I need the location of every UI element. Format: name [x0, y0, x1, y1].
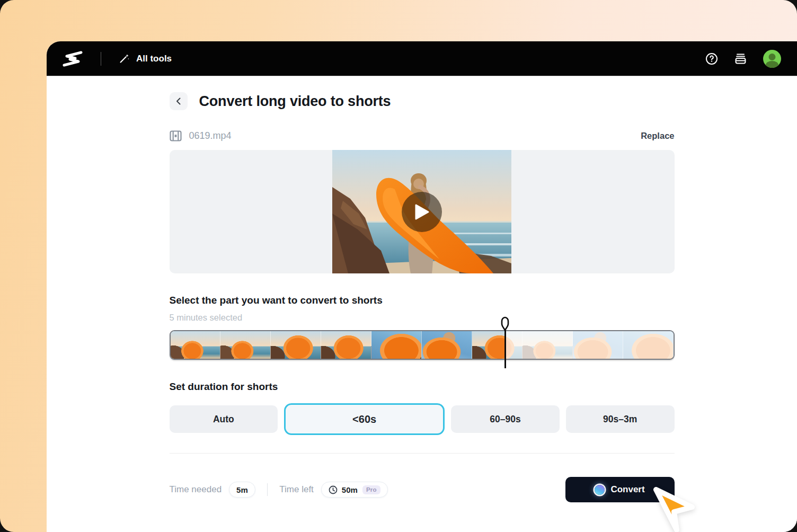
replace-button[interactable]: Replace [641, 131, 674, 141]
magic-wand-icon [118, 53, 130, 65]
filmstrip-thumbnail[interactable] [472, 331, 523, 359]
convert-label: Convert [610, 484, 644, 495]
duration-heading: Set duration for shorts [170, 381, 675, 393]
scrubber-line [504, 330, 506, 368]
filmstrip-thumbnail[interactable] [271, 331, 321, 359]
time-left-value: 50m [342, 485, 358, 494]
avatar-body-glyph [766, 61, 778, 68]
avatar-head-glyph [769, 54, 776, 60]
play-button[interactable] [402, 192, 442, 232]
video-thumbnail [332, 150, 511, 273]
footer-row: Time needed 5m Time left 50m Pro [170, 477, 675, 502]
all-tools-label: All tools [136, 54, 172, 64]
duration-option-auto[interactable]: Auto [170, 405, 278, 433]
page-title: Convert long video to shorts [199, 93, 391, 110]
film-icon [170, 130, 182, 141]
filmstrip[interactable] [170, 330, 675, 360]
filmstrip-thumbnail[interactable] [573, 331, 623, 359]
avatar[interactable] [763, 50, 781, 68]
capcut-logo-icon[interactable] [63, 51, 83, 67]
back-button[interactable] [170, 92, 188, 110]
file-row: 0619.mp4 Replace [170, 130, 675, 141]
duration-options: Auto <60s 60–90s 90s–3m [170, 403, 675, 435]
selection-status: 5 minutes selected [170, 313, 675, 323]
app-window: All tools [47, 41, 797, 532]
convert-button[interactable]: Convert [565, 477, 675, 502]
duration-option-under-60s[interactable]: <60s [284, 403, 445, 435]
printer-icon[interactable] [734, 52, 747, 65]
duration-option-60-90s[interactable]: 60–90s [451, 405, 560, 433]
file-name: 0619.mp4 [189, 130, 232, 141]
selection-heading: Select the part you want to convert to s… [170, 295, 675, 306]
time-needed-badge: 5m [229, 482, 255, 498]
scrubber-handle[interactable] [501, 316, 509, 331]
filmstrip-thumbnail[interactable] [220, 331, 271, 359]
title-row: Convert long video to shorts [170, 92, 675, 110]
app-frame: All tools [0, 0, 797, 532]
filmstrip-thumbnail[interactable] [422, 331, 472, 359]
timeline-scrubber[interactable] [501, 316, 509, 368]
video-preview-panel [170, 150, 675, 273]
footer-divider [267, 483, 268, 496]
time-needed-label: Time needed [170, 484, 222, 495]
time-left-label: Time left [279, 484, 314, 495]
time-left-badge: 50m Pro [321, 482, 388, 498]
topbar: All tools [47, 41, 797, 76]
chevron-left-icon [174, 97, 183, 105]
pro-badge: Pro [362, 485, 380, 494]
play-icon [414, 203, 430, 220]
ai-orb-icon [595, 485, 605, 495]
topbar-divider [101, 52, 101, 66]
nav-all-tools[interactable]: All tools [118, 53, 172, 65]
filmstrip-thumbnail[interactable] [523, 331, 573, 359]
help-icon[interactable] [705, 52, 718, 65]
filmstrip-thumbnail[interactable] [321, 331, 371, 359]
duration-option-90s-3m[interactable]: 90s–3m [566, 405, 675, 433]
filmstrip-thumbnail[interactable] [623, 331, 674, 359]
filmstrip-wrapper [170, 330, 675, 360]
main-content: Convert long video to shorts 0619.mp4 Re… [170, 76, 675, 502]
clock-icon [329, 485, 338, 494]
divider [170, 453, 675, 454]
topbar-right [705, 50, 781, 68]
filmstrip-thumbnail[interactable] [371, 331, 422, 359]
filmstrip-thumbnail[interactable] [171, 331, 221, 359]
